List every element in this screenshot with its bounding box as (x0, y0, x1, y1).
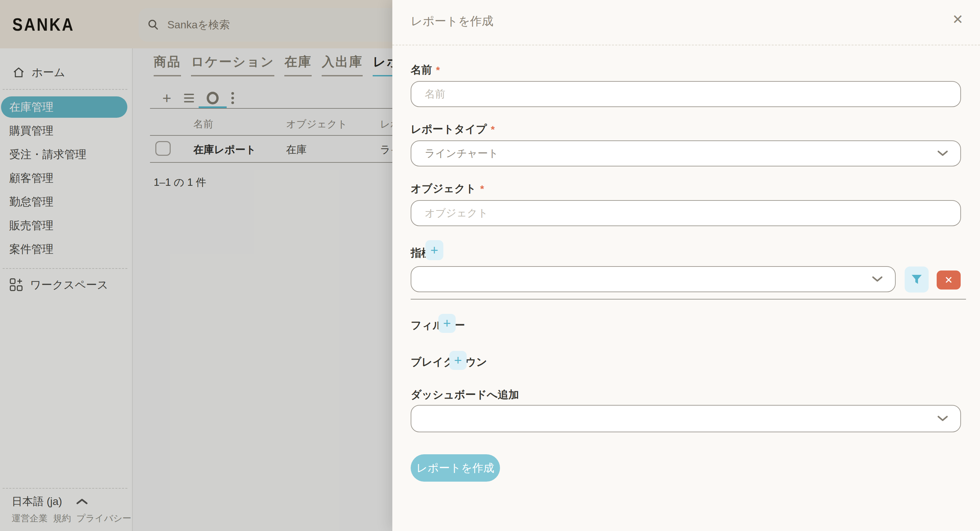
dashboard-select[interactable] (410, 405, 961, 432)
add-filter-button[interactable]: + (438, 314, 456, 333)
create-report-modal: レポートを作成 ✕ 名前* レポートタイプ* ラインチャート オブジェクト* 指… (392, 0, 980, 531)
report-type-value: ラインチャート (425, 147, 498, 160)
metric-select[interactable] (410, 266, 896, 292)
add-breakdown-button[interactable]: + (449, 351, 467, 370)
chevron-down-icon (872, 276, 883, 282)
required-asterisk: * (436, 64, 440, 75)
modal-header-divider (392, 45, 980, 45)
metric-section-divider (410, 299, 966, 300)
report-type-select[interactable]: ラインチャート (410, 140, 961, 166)
required-asterisk: * (480, 183, 484, 194)
object-field-wrapper (410, 200, 961, 226)
chevron-down-icon (937, 415, 948, 422)
remove-metric-button[interactable]: ✕ (937, 271, 961, 290)
close-icon[interactable]: ✕ (952, 13, 963, 26)
object-label: オブジェクト* (410, 182, 484, 196)
dashboard-label: ダッシュボードへ追加 (410, 387, 519, 402)
chevron-down-icon (937, 150, 948, 157)
app-root: SANKA Sankaを検索 ホーム 在庫管理 購買管理 受注・請求管理 顧客管… (0, 0, 980, 531)
name-field-wrapper (410, 81, 961, 107)
metric-filter-button[interactable] (905, 266, 929, 292)
report-type-label: レポートタイプ* (410, 122, 495, 137)
object-input[interactable] (425, 207, 947, 219)
required-asterisk: * (491, 124, 495, 135)
filter-label: フィルター (410, 318, 465, 333)
create-report-button[interactable]: レポートを作成 (410, 454, 500, 482)
name-label: 名前* (410, 63, 440, 77)
breakdown-label: ブレイクダウン (410, 355, 487, 370)
name-input[interactable] (425, 88, 947, 100)
add-metric-button[interactable]: + (425, 240, 443, 260)
modal-title: レポートを作成 (410, 13, 493, 29)
funnel-icon (911, 274, 922, 285)
